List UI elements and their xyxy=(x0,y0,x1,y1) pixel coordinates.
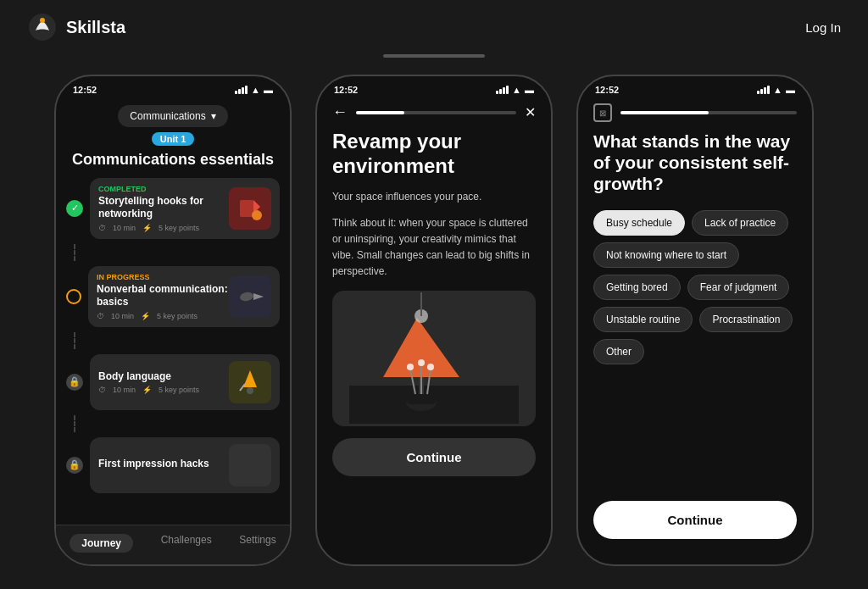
signal-bars-2 xyxy=(496,86,509,94)
phone-1-content: Communications ▾ Unit 1 Communications e… xyxy=(56,105,290,493)
tag-busy-schedule[interactable]: Busy schedule xyxy=(593,210,685,236)
lesson-duration-1: 10 min xyxy=(113,224,136,232)
lesson-card-2[interactable]: In progress Nonverbal communication: bas… xyxy=(88,266,280,327)
nav-challenges[interactable]: Challenges xyxy=(161,534,212,553)
phone-2-header: ← ✕ xyxy=(332,103,536,121)
progress-fill-3 xyxy=(620,111,709,114)
battery-icon-3: ▬ xyxy=(786,85,795,95)
wifi-icon-2: ▲ xyxy=(512,85,521,95)
signal-bars xyxy=(235,86,248,94)
bolt-icon-2: ⚡ xyxy=(141,312,150,320)
tag-lack-of-practice[interactable]: Lack of practice xyxy=(692,210,788,236)
tags-container: Busy schedule Lack of practice Not knowi… xyxy=(593,210,797,364)
phone-3-time: 12:52 xyxy=(595,85,619,95)
bolt-icon: ⚡ xyxy=(142,224,152,232)
phones-container: 12:52 ▲ ▬ Communications ▾ Unit 1 xyxy=(0,75,868,566)
logo-icon xyxy=(27,12,58,42)
phone-2-status-right: ▲ ▬ xyxy=(496,85,534,95)
lesson-points-3: 5 key points xyxy=(159,386,199,394)
phone-3: 12:52 ▲ ▬ ⊠ What stands in the way of y xyxy=(576,75,814,566)
login-button[interactable]: Log In xyxy=(805,20,841,35)
lesson-row-3: 🔒 Body language ⏱ 10 min ⚡ 5 key points xyxy=(66,354,280,410)
lesson-title-1: Storytelling hooks for networking xyxy=(98,195,229,221)
phone-3-notch xyxy=(657,76,733,100)
lesson-status-label-2: In progress xyxy=(97,273,229,281)
lesson-card-3[interactable]: Body language ⏱ 10 min ⚡ 5 key points xyxy=(90,354,280,410)
lesson-duration-3: 10 min xyxy=(113,386,136,394)
svg-point-5 xyxy=(239,292,253,303)
phone-3-header: ⊠ xyxy=(593,103,797,122)
lesson-meta-1: ⏱ 10 min ⚡ 5 key points xyxy=(98,224,229,232)
lesson-points-2: 5 key points xyxy=(157,312,198,320)
s2b xyxy=(760,89,763,94)
phone-2-notch xyxy=(396,76,472,100)
continue-button[interactable]: Continue xyxy=(332,438,536,476)
continue-button-3[interactable]: Continue xyxy=(593,501,797,539)
phone-3-status-right: ▲ ▬ xyxy=(757,85,795,95)
s1b xyxy=(757,91,760,94)
lesson-status-completed: ✓ xyxy=(66,200,83,217)
lesson-row: ✓ Completed Storytelling hooks for netwo… xyxy=(66,178,280,239)
progress-fill xyxy=(356,111,404,114)
tag-getting-bored[interactable]: Getting bored xyxy=(593,275,681,300)
lesson-thumb-3 xyxy=(229,361,271,403)
lesson-title-2: Nonverbal communication: basics xyxy=(97,283,229,309)
lesson-card-4[interactable]: First impression hacks xyxy=(90,437,280,493)
room-illustration xyxy=(349,292,519,424)
lesson-card-1[interactable]: Completed Storytelling hooks for network… xyxy=(90,178,280,239)
battery-icon: ▬ xyxy=(264,85,273,95)
content-image xyxy=(332,291,536,426)
svg-point-18 xyxy=(407,364,414,370)
tag-not-knowing[interactable]: Not knowing where to start xyxy=(593,242,739,268)
lesson-title-3: Body language xyxy=(98,370,229,384)
s3 xyxy=(503,87,505,94)
content-heading: Revamp your environment xyxy=(332,130,536,179)
lesson-meta-3: ⏱ 10 min ⚡ 5 key points xyxy=(98,386,229,394)
phone-1-status-right: ▲ ▬ xyxy=(235,85,273,95)
lesson-meta-2: ⏱ 10 min ⚡ 5 key points xyxy=(97,312,229,320)
signal-bar-2 xyxy=(238,89,241,94)
phone-1-notch xyxy=(135,76,211,100)
progress-bar-3 xyxy=(620,111,797,114)
s4 xyxy=(506,86,509,94)
svg-point-20 xyxy=(418,359,425,366)
phone-2: 12:52 ▲ ▬ ← ✕ Revamp your envir xyxy=(315,75,553,566)
phone-1-time: 12:52 xyxy=(73,85,97,95)
svg-point-22 xyxy=(427,364,434,370)
back-button[interactable]: ← xyxy=(332,103,348,121)
lesson-row-4: 🔒 First impression hacks xyxy=(66,437,280,493)
dashed-connector-1 xyxy=(74,244,75,261)
course-title: Communications essentials xyxy=(66,151,280,169)
chevron-down-icon: ▾ xyxy=(211,110,216,122)
dashed-connector-2 xyxy=(74,332,75,349)
lesson-title-4: First impression hacks xyxy=(98,458,229,471)
battery-icon-2: ▬ xyxy=(525,85,534,95)
lesson-status-label: Completed xyxy=(98,185,229,193)
close-button[interactable]: ✕ xyxy=(525,104,536,120)
phone-2-time: 12:52 xyxy=(334,85,358,95)
lesson-thumb-2 xyxy=(229,275,271,318)
lesson-duration-2: 10 min xyxy=(111,312,134,320)
nav-settings[interactable]: Settings xyxy=(239,534,275,553)
nav-journey[interactable]: Journey xyxy=(70,534,133,553)
signal-bar-4 xyxy=(245,86,248,94)
lesson-status-locked: 🔒 xyxy=(66,374,83,391)
lesson-thumb-4 xyxy=(229,444,271,486)
clock-icon: ⏱ xyxy=(98,224,106,232)
course-dropdown[interactable]: Communications ▾ xyxy=(118,105,227,127)
wifi-icon: ▲ xyxy=(251,85,260,95)
clock-icon-3: ⏱ xyxy=(98,386,106,394)
tag-unstable-routine[interactable]: Unstable routine xyxy=(593,307,693,332)
content-body-1: Your space influences your pace. xyxy=(332,189,536,205)
lesson-list: ✓ Completed Storytelling hooks for netwo… xyxy=(66,178,280,493)
lesson-points-1: 5 key points xyxy=(159,224,199,232)
svg-point-1 xyxy=(40,18,45,23)
lesson-status-locked-2: 🔒 xyxy=(66,457,83,474)
svg-marker-6 xyxy=(253,293,264,300)
content-body-2: Think about it: when your space is clutt… xyxy=(332,215,536,281)
wifi-icon-3: ▲ xyxy=(773,85,782,95)
signal-bars-3 xyxy=(757,86,770,94)
tag-fear-of-judgment[interactable]: Fear of judgment xyxy=(687,275,790,300)
tag-other[interactable]: Other xyxy=(593,339,644,364)
tag-procrastination[interactable]: Procrastination xyxy=(699,307,793,332)
